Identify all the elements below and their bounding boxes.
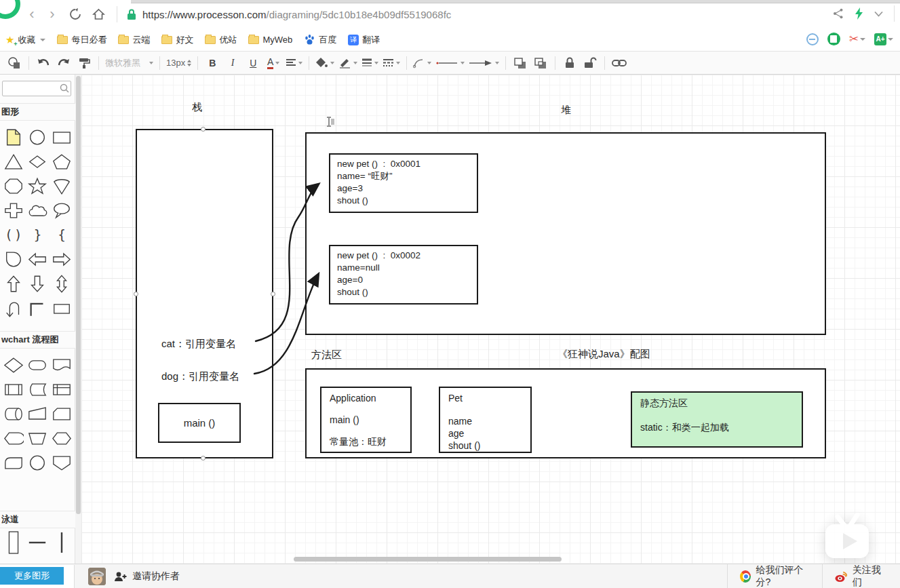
format-painter-icon[interactable] xyxy=(76,54,92,72)
font-family-select[interactable]: 微软雅黑 xyxy=(105,54,153,72)
bring-forward-icon[interactable] xyxy=(512,54,528,72)
shape-arrow-down[interactable] xyxy=(26,271,49,296)
stack-box[interactable]: cat：引用变量名 dog：引用变量名 main () xyxy=(136,129,273,458)
shape-pentagon[interactable] xyxy=(50,149,73,174)
heap-box[interactable]: new pet () : 0x0001 name= “旺财” age=3 sho… xyxy=(305,132,826,335)
shape-arrow-up-down[interactable] xyxy=(50,271,73,296)
shape-divider-vertical[interactable] xyxy=(50,530,73,555)
back-icon[interactable]: ‹ xyxy=(23,5,41,23)
unlock-icon[interactable] xyxy=(582,54,598,72)
sidebar-scrollbar[interactable] xyxy=(75,75,81,564)
lock-icon[interactable] xyxy=(562,54,578,72)
shape-cross[interactable] xyxy=(2,198,25,222)
invite-collaborators[interactable]: 邀请协作者 xyxy=(114,564,180,588)
line-start-button[interactable] xyxy=(435,54,465,72)
video-play-button[interactable] xyxy=(819,513,875,563)
font-color-button[interactable]: A xyxy=(265,54,281,72)
shape-arrow-up[interactable] xyxy=(2,271,25,296)
shape-cone[interactable] xyxy=(50,174,73,198)
bookmark-folder[interactable]: 云端 xyxy=(118,34,150,46)
shape-preparation[interactable] xyxy=(50,426,73,450)
avatar[interactable] xyxy=(88,568,106,585)
pet-class-box[interactable]: Pet name age shout () xyxy=(439,387,532,453)
shape-corner[interactable] xyxy=(26,296,49,320)
clip-extension[interactable]: ✂ xyxy=(849,32,865,46)
heap-object-2[interactable]: new pet () : 0x0002 name=null age=0 shou… xyxy=(329,245,478,305)
bookmark-folder[interactable]: MyWeb xyxy=(248,35,292,45)
connector-type-button[interactable] xyxy=(413,54,431,72)
shape-document[interactable] xyxy=(50,353,73,377)
shape-stored-data[interactable] xyxy=(26,377,49,401)
horizontal-scrollbar[interactable] xyxy=(294,557,562,562)
follow-us[interactable]: 关注我们 xyxy=(822,564,900,588)
connection-handle[interactable] xyxy=(134,292,138,296)
shape-diamond[interactable] xyxy=(26,149,49,174)
bookmark-folder[interactable]: 每日必看 xyxy=(57,34,106,46)
send-backward-icon[interactable] xyxy=(532,54,549,72)
font-size-select[interactable]: 13px xyxy=(166,54,191,72)
bookmark-translate[interactable]: 译 翻译 xyxy=(348,34,380,46)
shape-off-page-connector[interactable] xyxy=(50,450,73,475)
cat-reference[interactable]: cat：引用变量名 xyxy=(161,338,236,351)
shape-left-brace[interactable]: { xyxy=(50,222,73,247)
line-style-button[interactable] xyxy=(383,54,400,72)
arrow-end-button[interactable] xyxy=(469,54,499,72)
shape-note[interactable] xyxy=(2,125,25,149)
shape-octagon[interactable] xyxy=(2,174,25,198)
shape-display[interactable] xyxy=(2,426,25,450)
shape-trapezoid[interactable] xyxy=(26,426,49,450)
shape-speech-bubble[interactable] xyxy=(50,198,73,222)
shape-parentheses[interactable]: ( ) xyxy=(2,222,25,247)
bookmark-baidu[interactable]: 百度 xyxy=(304,34,336,46)
shape-connector[interactable] xyxy=(26,450,49,475)
static-method-area-box[interactable]: 静态方法区 static：和类一起加载 xyxy=(631,391,803,448)
insert-shape-icon[interactable] xyxy=(6,54,22,72)
share-icon[interactable] xyxy=(833,8,844,19)
shape-star[interactable] xyxy=(26,174,49,198)
bold-button[interactable]: B xyxy=(204,54,220,72)
shape-pool-vertical[interactable] xyxy=(2,530,25,555)
undo-icon[interactable] xyxy=(35,54,52,72)
link-icon[interactable] xyxy=(611,54,627,72)
forward-icon[interactable]: › xyxy=(43,5,61,23)
redo-icon[interactable] xyxy=(56,54,72,72)
shape-card[interactable] xyxy=(50,401,73,426)
diagram-canvas[interactable]: 栈 堆 cat：引用变量名 dog：引用变量名 main () new pet … xyxy=(81,75,900,564)
shape-u-turn-arrow[interactable] xyxy=(2,296,25,320)
shape-divider-horizontal[interactable] xyxy=(26,530,49,555)
bookmark-folder[interactable]: 优站 xyxy=(205,34,237,46)
shape-teardrop[interactable] xyxy=(2,247,25,271)
fill-color-button[interactable] xyxy=(315,54,334,72)
shape-cloud[interactable] xyxy=(26,198,49,222)
line-width-button[interactable] xyxy=(361,54,378,72)
italic-button[interactable]: I xyxy=(224,54,241,72)
line-color-button[interactable] xyxy=(338,54,357,72)
shape-alternate-process[interactable] xyxy=(2,450,25,475)
shape-decision[interactable] xyxy=(2,353,25,377)
lightning-icon[interactable] xyxy=(855,7,863,20)
shape-arrow-left[interactable] xyxy=(26,247,49,271)
shape-rectangle[interactable] xyxy=(50,125,73,149)
text-align-button[interactable] xyxy=(286,54,302,72)
more-shapes-button[interactable]: 更多图形 xyxy=(0,567,64,585)
reader-icon[interactable] xyxy=(827,33,840,45)
shape-arrow-right[interactable] xyxy=(50,247,73,271)
refresh-icon[interactable] xyxy=(66,5,84,23)
chevron-down-icon[interactable] xyxy=(874,11,883,17)
application-class-box[interactable]: Application main () 常量池：旺财 xyxy=(320,387,412,453)
shape-triangle[interactable] xyxy=(2,149,25,174)
underline-button[interactable]: U xyxy=(245,54,261,72)
main-method-box[interactable]: main () xyxy=(158,403,241,443)
shape-manual-operation[interactable] xyxy=(26,401,49,426)
method-area-box[interactable]: Application main () 常量池：旺财 Pet name age … xyxy=(305,368,826,458)
connection-handle[interactable] xyxy=(271,292,275,296)
shape-circle[interactable] xyxy=(26,125,49,149)
adblock-icon[interactable] xyxy=(806,33,819,45)
connection-handle[interactable] xyxy=(201,456,206,460)
shape-rectangle-small[interactable] xyxy=(50,296,73,320)
heap-object-1[interactable]: new pet () : 0x0001 name= “旺财” age=3 sho… xyxy=(329,153,478,213)
shape-right-brace[interactable]: } xyxy=(26,222,49,247)
font-size-stepper[interactable] xyxy=(187,60,191,66)
bookmark-folder[interactable]: 好文 xyxy=(161,34,193,46)
translate-extension[interactable]: A+ xyxy=(874,33,893,45)
